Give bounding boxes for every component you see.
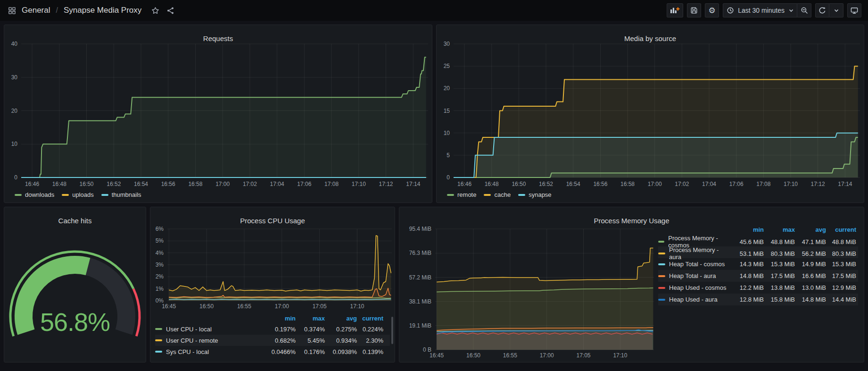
series-stat-value: 16.6 MiB (795, 272, 826, 279)
legend-item-uploads[interactable]: uploads (62, 191, 94, 198)
series-stat-value: 15.3 MiB (764, 261, 795, 268)
legend-item-thumbnails[interactable]: thumbnails (101, 191, 141, 198)
legend-item-cache[interactable]: cache (484, 191, 511, 198)
series-stat-value: 15.8 MiB (764, 296, 795, 303)
media-by-source-chart[interactable]: 05101520253016:4616:4816:5016:5216:5416:… (437, 25, 864, 189)
series-color-marker (484, 194, 491, 196)
legend-table-row[interactable]: Process Memory - aura53.1 MiB80.3 MiB56.… (658, 246, 858, 258)
svg-text:10: 10 (11, 141, 18, 147)
refresh-button[interactable] (815, 3, 829, 17)
series-color-marker (658, 263, 665, 265)
svg-text:19.1 MiB: 19.1 MiB (409, 322, 431, 329)
legend-table-row[interactable]: Sys CPU - local0.0466%0.176%0.0938%0.139… (155, 346, 390, 357)
add-panel-button[interactable] (667, 3, 683, 17)
panel-title-media[interactable]: Media by source (437, 34, 864, 42)
svg-text:17:10: 17:10 (352, 181, 366, 187)
series-color-marker (15, 194, 22, 196)
legend-item-remote[interactable]: remote (447, 191, 476, 198)
dashboard-toolbar: ⚙ Last 30 minutes (667, 3, 861, 17)
breadcrumb-separator: / (56, 6, 58, 15)
panel-cache-hits: Cache hits 56.8% (4, 207, 146, 363)
legend-table-row[interactable]: Heap Total - aura14.8 MiB17.5 MiB16.6 Mi… (658, 270, 858, 282)
legend-scrollbar[interactable] (391, 317, 393, 344)
requests-chart[interactable]: 01020304016:4616:4816:5016:5216:5416:561… (4, 25, 432, 189)
cache-hits-gauge (4, 207, 146, 362)
save-dashboard-button[interactable] (687, 3, 701, 17)
time-picker-group: Last 30 minutes (723, 3, 811, 17)
panel-title-cpu[interactable]: Process CPU Usage (150, 217, 395, 225)
apps-grid-icon[interactable] (7, 5, 17, 16)
zoom-out-button[interactable] (797, 3, 811, 17)
y-axis-labels: 0 B19.1 MiB38.1 MiB57.2 MiB76.3 MiB95.4 … (409, 226, 431, 353)
dashboard-title[interactable]: Synapse Media Proxy (64, 6, 141, 15)
svg-text:16:50: 16:50 (466, 352, 480, 359)
svg-text:17:12: 17:12 (811, 181, 825, 187)
svg-text:15: 15 (444, 108, 450, 114)
panel-row-top: Requests 01020304016:4616:4816:5016:5216… (4, 25, 864, 203)
refresh-interval-dropdown[interactable] (829, 3, 843, 17)
svg-text:16:54: 16:54 (566, 181, 580, 187)
series-stat-value: 14.3 MiB (733, 261, 764, 268)
legend-table-header-max[interactable]: max (764, 226, 795, 233)
svg-text:17:02: 17:02 (243, 181, 257, 187)
series-stat-value: 47.1 MiB (795, 238, 826, 245)
svg-text:5: 5 (446, 152, 450, 159)
x-axis-labels: 16:4516:5016:5517:0017:0517:10 (162, 303, 364, 310)
series-stat-value: 13.8 MiB (764, 284, 795, 291)
panel-title-memory[interactable]: Process Memory Usage (399, 217, 864, 225)
clock-icon (726, 7, 734, 15)
series-color-marker (62, 194, 69, 196)
legend-table-header-avg[interactable]: avg (325, 315, 357, 322)
legend-table-header-avg[interactable]: avg (795, 226, 826, 233)
settings-gear-button[interactable]: ⚙ (705, 3, 719, 17)
svg-text:17:14: 17:14 (838, 181, 852, 187)
series-color-marker (101, 194, 108, 196)
series-stat-value: 14.8 MiB (795, 296, 826, 303)
legend-table-row[interactable]: Heap Used - cosmos12.2 MiB13.8 MiB13.0 M… (658, 282, 858, 294)
svg-text:0: 0 (446, 174, 450, 181)
memory-chart[interactable]: 0 B19.1 MiB38.1 MiB57.2 MiB76.3 MiB95.4 … (399, 207, 658, 361)
svg-text:16:52: 16:52 (107, 181, 121, 187)
legend-table-header-max[interactable]: max (296, 315, 325, 322)
series-stat-value: 0.0466% (266, 348, 296, 355)
svg-text:95.4 MiB: 95.4 MiB (409, 226, 431, 232)
series-stat-value: 17.5 MiB (826, 272, 856, 279)
panel-title-requests[interactable]: Requests (4, 34, 432, 42)
series-color-marker (518, 194, 525, 196)
legend-table-row[interactable]: Heap Used - aura12.8 MiB15.8 MiB14.8 MiB… (658, 294, 858, 305)
star-icon[interactable] (150, 5, 160, 16)
series-color-marker (155, 328, 162, 330)
legend-table-row[interactable]: User CPU - remote0.682%5.45%0.934%2.30% (155, 335, 390, 346)
x-axis-labels: 16:4516:5016:5517:0017:0517:10 (430, 352, 628, 359)
svg-text:16:58: 16:58 (188, 181, 202, 187)
svg-text:16:52: 16:52 (539, 181, 553, 187)
series-stat-value: 0.682% (266, 337, 296, 344)
svg-text:57.2 MiB: 57.2 MiB (409, 274, 431, 281)
svg-text:17:06: 17:06 (297, 181, 311, 187)
legend-table-header-min[interactable]: min (266, 315, 296, 322)
svg-text:3%: 3% (156, 261, 164, 268)
legend-table-row[interactable]: Process Memory - cosmos45.6 MiB48.8 MiB4… (658, 235, 858, 246)
svg-text:16:55: 16:55 (237, 303, 251, 310)
svg-text:17:02: 17:02 (675, 181, 689, 187)
legend-label: remote (457, 191, 476, 198)
legend-table-header-current[interactable]: current (357, 315, 383, 322)
legend-item-downloads[interactable]: downloads (15, 191, 54, 198)
series-stat-value: 0.275% (325, 326, 357, 333)
legend-table-row[interactable]: User CPU - local0.197%0.374%0.275%0.224% (155, 323, 390, 335)
series-name: Heap Total - aura (669, 272, 716, 279)
legend-table-header: minmaxavgcurrent (155, 313, 390, 323)
panel-title-cache-hits[interactable]: Cache hits (4, 217, 146, 225)
svg-text:16:45: 16:45 (162, 303, 176, 310)
legend-table-header-min[interactable]: min (733, 226, 764, 233)
legend-table-header-current[interactable]: current (826, 226, 856, 233)
time-range-picker[interactable]: Last 30 minutes (723, 3, 797, 17)
legend-label: thumbnails (112, 191, 141, 198)
tv-mode-button[interactable] (847, 3, 861, 17)
svg-text:5%: 5% (156, 237, 164, 244)
legend-item-synapse[interactable]: synapse (518, 191, 551, 198)
breadcrumb-section[interactable]: General (22, 6, 50, 15)
series-stat-value: 5.45% (296, 337, 325, 344)
share-icon[interactable] (165, 5, 175, 16)
memory-legend-table: minmaxavgcurrentProcess Memory - cosmos4… (658, 224, 858, 305)
